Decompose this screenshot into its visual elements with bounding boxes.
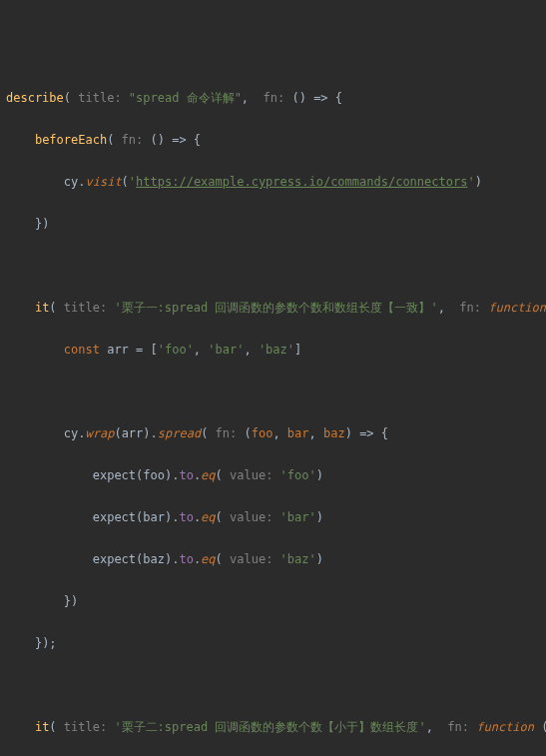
code-line: describe( title: "spread 命令详解", fn: () =…	[0, 88, 546, 109]
code-line: expect(bar).to.eq( value: 'bar')	[0, 507, 546, 528]
blank-line	[0, 381, 546, 402]
blank-line	[0, 675, 546, 696]
code-line: beforeEach( fn: () => {	[0, 130, 546, 151]
code-line: cy.wrap(arr).spread( fn: (foo, bar, baz)…	[0, 423, 546, 444]
code-line: it( title: '栗子二:spread 回调函数的参数个数【小于】数组长度…	[0, 717, 546, 738]
code-line: expect(baz).to.eq( value: 'baz')	[0, 549, 546, 570]
code-line: cy.visit('https://example.cypress.io/com…	[0, 172, 546, 193]
code-line: });	[0, 633, 546, 654]
blank-line	[0, 256, 546, 277]
code-line: })	[0, 591, 546, 612]
code-line: const arr = ['foo', 'bar', 'baz']	[0, 340, 546, 361]
code-line: it( title: '栗子一:spread 回调函数的参数个数和数组长度【一致…	[0, 298, 546, 319]
url-link[interactable]: https://example.cypress.io/commands/conn…	[136, 175, 467, 189]
code-line: expect(foo).to.eq( value: 'foo')	[0, 465, 546, 486]
code-line: })	[0, 214, 546, 235]
